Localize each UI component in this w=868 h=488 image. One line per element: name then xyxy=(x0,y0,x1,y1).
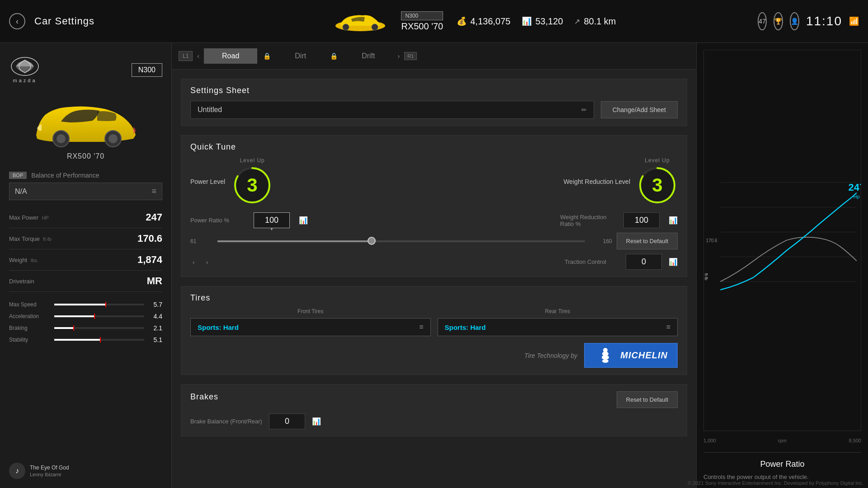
acceleration-value: 4.4 xyxy=(149,313,162,320)
svg-text:247: 247 xyxy=(849,182,861,193)
front-tire-selector[interactable]: Sports: Hard ≡ xyxy=(190,318,431,336)
slider-min: 61 xyxy=(190,238,213,244)
graph-container: 170.6 247 Hp ft-lb xyxy=(703,50,861,431)
drivetrain-value: MR xyxy=(147,275,162,287)
slider-max: 160 xyxy=(590,238,612,244)
credits-stat: 💰 4,136,075 xyxy=(457,16,510,27)
power-level-group: Power Level Level Up 3 xyxy=(190,157,273,206)
sheet-row: Untitled ✏ Change/Add Sheet xyxy=(190,101,678,119)
song-artist: Lenny Ibizarre xyxy=(30,472,69,477)
car-display: RX500 '70 xyxy=(9,94,162,165)
max-power-row: Max Power HP 247 xyxy=(9,207,162,228)
stability-bar: Stability 5.1 xyxy=(9,336,162,343)
weight-level-label: Weight Reduction Level xyxy=(563,178,630,185)
power-ratio-info: Power Ratio Controls the power output of… xyxy=(703,452,861,482)
svg-point-2 xyxy=(372,24,378,30)
right-arrow[interactable]: › xyxy=(396,52,402,60)
mileage-stat: 📊 53,120 xyxy=(522,16,563,27)
weight-label: Weight lbs. xyxy=(9,257,38,263)
brake-balance-label: Brake Balance (Front/Rear) xyxy=(190,418,262,425)
max-power-value: 247 xyxy=(146,211,162,223)
stability-marker xyxy=(100,337,101,343)
tab-drift[interactable]: Drift xyxy=(344,48,393,64)
song-title: The Eye Of God xyxy=(30,465,69,471)
svg-text:ft-lb: ft-lb xyxy=(704,273,708,280)
tab-dirt[interactable]: Dirt xyxy=(277,48,324,64)
traction-control-value[interactable]: 0 xyxy=(626,254,662,270)
power-ratio-bar-icon: 📊 xyxy=(299,216,308,225)
brakes-reset-button[interactable]: Reset to Default xyxy=(617,391,678,408)
braking-bar: Braking 2.1 xyxy=(9,324,162,332)
rear-tire-menu-icon: ≡ xyxy=(666,323,670,331)
bop-value: N/A xyxy=(15,188,27,196)
braking-marker xyxy=(73,325,74,331)
power-graph: 170.6 247 Hp ft-lb xyxy=(704,50,861,431)
change-sheet-button[interactable]: Change/Add Sheet xyxy=(601,101,678,118)
acceleration-bar-fill xyxy=(54,315,94,317)
weight-level-group: Weight Reduction Level Level Up 3 xyxy=(563,157,678,206)
max-speed-bar-track xyxy=(54,304,144,305)
traction-right-arrow[interactable]: › xyxy=(204,258,211,266)
michelin-text: MICHELIN xyxy=(620,350,668,361)
graph-x-labels: 1,000 rpm 8,500 xyxy=(703,436,861,446)
front-tire-label: Front Tires xyxy=(190,308,431,314)
stability-bar-fill xyxy=(54,339,100,341)
power-ratio-value[interactable]: 100 xyxy=(254,212,290,228)
traction-bar-icon: 📊 xyxy=(669,258,678,266)
bop-label: Balance of Performance xyxy=(31,172,99,179)
quick-tune-title: Quick Tune xyxy=(190,142,678,152)
brake-balance-value[interactable]: 0 xyxy=(269,413,305,429)
weight-level-circle[interactable]: 3 xyxy=(637,165,678,206)
settings-panel: L1 ‹ Road 🔒 Dirt 🔒 Drift › R1 Settings S… xyxy=(172,43,696,488)
power-ratio-slider[interactable] xyxy=(217,240,585,242)
sidebar-n300-tag: N300 xyxy=(132,63,162,77)
power-level-circle[interactable]: 3 xyxy=(232,165,273,206)
rear-tire-name: Sports: Hard xyxy=(445,324,486,331)
distance-stat: ↗ 80.1 km xyxy=(574,16,616,27)
tab-road[interactable]: Road xyxy=(204,48,257,64)
svg-text:170.6: 170.6 xyxy=(706,238,718,243)
power-level-up-label: Level Up xyxy=(240,157,264,164)
sidebar: mazda N300 xyxy=(0,43,172,488)
bop-section: BOP Balance of Performance N/A ≡ xyxy=(9,172,162,200)
tires-title: Tires xyxy=(190,293,678,303)
mazda-text: mazda xyxy=(13,78,37,83)
max-speed-bar: Max Speed 5.7 xyxy=(9,301,162,308)
back-button[interactable]: ‹ xyxy=(9,13,25,29)
svg-text:Hp: Hp xyxy=(854,194,860,199)
left-arrow[interactable]: ‹ xyxy=(195,52,202,60)
michelin-row: Tire Technology by MICHELIN xyxy=(190,343,678,368)
svg-point-15 xyxy=(602,359,609,363)
sheet-name-text: Untitled xyxy=(198,106,222,114)
rear-tire-label: Rear Tires xyxy=(438,308,678,314)
sheet-name-input[interactable]: Untitled ✏ xyxy=(190,101,594,119)
braking-label: Braking xyxy=(9,325,50,331)
stability-value: 5.1 xyxy=(149,336,162,343)
top-bar-right: 47 🏆 👤 11:10 📶 xyxy=(769,12,859,30)
weight-ratio-label: Weight Reduction Ratio % xyxy=(560,214,614,227)
max-speed-bar-fill xyxy=(54,304,105,305)
rating-bars: Max Speed 5.7 Acceleration 4.4 Braking 2… xyxy=(9,299,162,343)
stability-bar-track xyxy=(54,339,144,341)
tab-bar: L1 ‹ Road 🔒 Dirt 🔒 Drift › R1 xyxy=(172,43,696,70)
quick-tune-reset-button[interactable]: Reset to Default xyxy=(617,233,678,249)
braking-bar-track xyxy=(54,327,144,329)
top-bar-center: N300 RX500 '70 💰 4,136,075 📊 53,120 ↗ 80… xyxy=(181,10,769,33)
top-stats: 💰 4,136,075 📊 53,120 ↗ 80.1 km xyxy=(457,16,616,27)
drivetrain-row: Drivetrain MR xyxy=(9,271,162,292)
weight-row: Weight lbs. 1,874 xyxy=(9,249,162,271)
traction-left-arrow[interactable]: ‹ xyxy=(190,258,197,266)
car-image-top xyxy=(333,10,387,33)
page-title: Car Settings xyxy=(34,15,94,27)
weight-ratio-value[interactable]: 100 xyxy=(623,212,660,228)
slider-thumb[interactable] xyxy=(368,237,376,245)
edit-icon: ✏ xyxy=(581,106,587,113)
power-ratio-title: Power Ratio xyxy=(703,460,861,469)
bop-header: BOP Balance of Performance xyxy=(9,172,162,179)
slider-row: 61 160 Reset to Default xyxy=(190,233,678,249)
drivetrain-label: Drivetrain xyxy=(9,278,34,285)
traction-control-label: Traction Control xyxy=(565,258,619,265)
rear-tire-selector[interactable]: Sports: Hard ≡ xyxy=(438,318,678,336)
weight-level-num: 3 xyxy=(652,174,662,196)
weight-level-control: Level Up 3 xyxy=(637,157,678,206)
